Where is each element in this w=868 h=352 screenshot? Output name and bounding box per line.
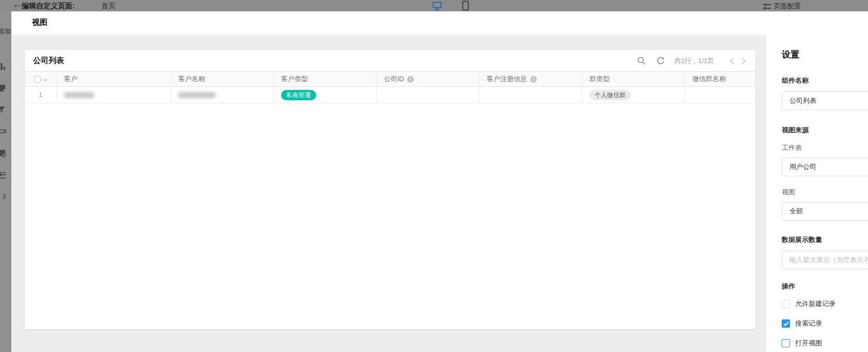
search-button[interactable] (637, 56, 646, 65)
open-view-option[interactable]: 打开视图 (782, 339, 868, 348)
data-count-placeholder: 输入最大展示（为空表示不 (789, 255, 868, 265)
table-header-row: 客户 客户名称 客户类型 公司IDi 客户注册信息i 群类型 微信群名称 (25, 71, 755, 87)
page-config-label: 页面配置 (774, 2, 801, 11)
search-records-checkbox[interactable] (782, 319, 790, 328)
info-icon: i (530, 76, 537, 83)
button-component-button[interactable] (0, 126, 8, 137)
component-sidebar: 添加 (0, 11, 11, 352)
widget-title: 公司列表 (33, 56, 64, 66)
search-records-label: 搜索记录 (795, 319, 822, 328)
desktop-icon (432, 1, 442, 11)
filter-component-button[interactable] (0, 104, 8, 116)
open-view-checkbox[interactable] (782, 339, 790, 347)
richtext-component-button[interactable]: A (0, 170, 8, 181)
allow-create-record-checkbox[interactable] (782, 300, 790, 308)
chart-component-button[interactable] (0, 61, 8, 72)
view-select[interactable]: 全部 (782, 202, 868, 221)
view-component-button[interactable] (0, 83, 8, 94)
row-index: 1 (25, 87, 57, 103)
select-all-cell (25, 72, 57, 86)
cell-register-info (479, 87, 582, 103)
dialog-body: 公司列表 共1行，1/1页 (11, 35, 868, 352)
check-icon (783, 322, 789, 326)
chevron-left-icon (730, 57, 734, 65)
actions-label: 操作 (782, 282, 868, 291)
view-eye-component-button[interactable] (0, 148, 8, 159)
customer-type-badge: 私有部署 (281, 90, 316, 100)
component-name-label: 组件名称 (782, 76, 868, 85)
dialog-header: 视图 (11, 11, 868, 35)
cell-company-id (377, 87, 479, 103)
column-header[interactable]: 公司IDi (377, 72, 479, 86)
page-config-button[interactable]: 页面配置 (763, 2, 801, 11)
view-source-label: 视图来源 (782, 126, 868, 135)
editor-title: 编辑自定义页面: (22, 2, 75, 11)
column-header[interactable]: 客户类型 (274, 72, 377, 86)
rich-text-icon: A (0, 170, 7, 180)
redacted-value (178, 92, 215, 98)
column-header[interactable]: 群类型 (582, 72, 685, 86)
view-card-icon (0, 83, 7, 93)
button-icon (0, 126, 7, 136)
back-button[interactable]: ← (12, 0, 22, 10)
pagination (730, 57, 746, 65)
table-widget-card: 公司列表 共1行，1/1页 (25, 50, 755, 329)
open-view-label: 打开视图 (795, 339, 822, 348)
select-menu-caret[interactable] (43, 75, 47, 83)
dialog-title: 视图 (32, 18, 48, 27)
redacted-value (64, 92, 94, 98)
chevron-down-icon (43, 79, 47, 82)
info-icon: i (407, 76, 414, 83)
page-editor-screen: ← 编辑自定义页面: 首页 页面配置 添加 (0, 0, 868, 352)
cell-customer (57, 87, 171, 103)
mobile-icon (462, 1, 469, 11)
component-name-input[interactable]: 公司列表 (782, 91, 868, 110)
next-page-button[interactable] (741, 57, 746, 65)
topbar: ← 编辑自定义页面: 首页 页面配置 (0, 0, 868, 11)
select-all-checkbox[interactable] (34, 76, 41, 83)
records-table: 客户 客户名称 客户类型 公司IDi 客户注册信息i 群类型 微信群名称 1 私… (25, 71, 755, 103)
column-header[interactable]: 客户 (57, 72, 171, 86)
row-count-label: 共1行，1/1页 (674, 56, 714, 66)
data-count-label: 数据展示数量 (782, 235, 868, 244)
embed-component-button[interactable] (0, 191, 8, 203)
chevron-right-icon (741, 57, 746, 65)
search-records-option[interactable]: 搜索记录 (782, 319, 868, 328)
group-type-badge: 个人微信群 (590, 90, 631, 100)
allow-create-record-label: 允许新建记录 (795, 299, 835, 309)
worksheet-select[interactable]: 用户公司 (782, 158, 868, 176)
allow-create-record-option[interactable]: 允许新建记录 (782, 299, 868, 309)
column-header[interactable]: 客户名称 (171, 72, 274, 86)
add-component-label: 添加 (0, 27, 11, 36)
cell-wechat-group-name (685, 87, 755, 103)
refresh-button[interactable] (656, 56, 665, 65)
cell-customer-type: 私有部署 (274, 87, 377, 103)
worksheet-label: 工作表 (782, 143, 868, 152)
column-header[interactable]: 客户注册信息i (479, 72, 582, 86)
widget-controls: 共1行，1/1页 (637, 50, 746, 71)
search-icon (637, 56, 646, 65)
widget-header: 公司列表 共1行，1/1页 (25, 50, 755, 71)
sliders-icon (763, 3, 771, 10)
settings-panel: 设置 组件名称 公司列表 视图来源 工作表 用户公司 视图 全部 数据展示数量 … (766, 35, 868, 352)
filter-icon (0, 104, 7, 115)
bar-chart-icon (0, 61, 7, 71)
cell-customer-name (171, 87, 274, 103)
refresh-icon (656, 56, 665, 65)
column-header[interactable]: 微信群名称 (685, 72, 755, 86)
table-row[interactable]: 1 私有部署 个人微信群 (25, 87, 755, 103)
settings-title: 设置 (782, 49, 868, 60)
embed-code-icon (0, 191, 7, 202)
data-count-input[interactable]: 输入最大展示（为空表示不 (782, 251, 868, 269)
view-label: 视图 (782, 188, 868, 197)
cell-group-type: 个人微信群 (582, 87, 685, 103)
editor-page-name: 首页 (101, 2, 116, 11)
view-eye-icon (0, 148, 7, 158)
prev-page-button[interactable] (730, 57, 734, 65)
